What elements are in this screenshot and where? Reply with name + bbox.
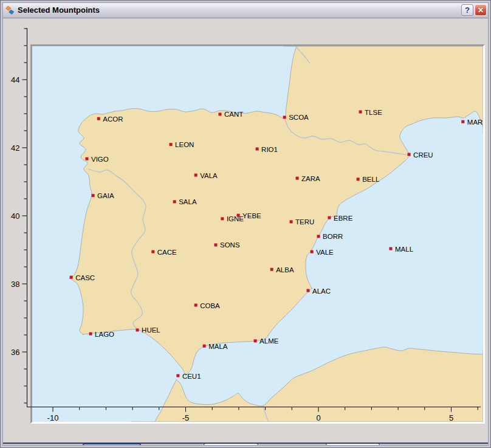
station-marker-vigo [86,157,89,160]
window-bottom-edge [2,443,489,444]
station-label-acor: ACOR [103,115,123,123]
map-canvas: ACORCANTSCOATLSEMARSLEONRIO1CREUVIGOVALA… [32,46,483,422]
station-marker-ebre [328,216,331,219]
station-marker-vala [194,174,197,177]
station-marker-mars [461,120,464,123]
station-marker-lago [89,333,92,336]
station-marker-huel [136,328,139,331]
station-marker-tlse [359,111,362,114]
station-label-mall: MALL [395,246,414,253]
question-icon: ? [465,5,470,15]
station-marker-leon [170,143,173,146]
station-label-mars: MARS [467,119,483,126]
station-label-yebe: YEBE [242,212,261,219]
station-marker-alme [254,339,257,342]
dialog-content: ACORCANTSCOATLSEMARSLEONRIO1CREUVIGOVALA… [3,19,489,443]
selected-mountpoints-dialog: Selected Mountpoints ? ✕ ACORCANTSCOATLS… [0,0,491,448]
station-label-vigo: VIGO [91,156,109,163]
station-marker-mala [203,345,206,348]
station-marker-acor [97,117,100,120]
station-marker-mall [390,247,393,250]
station-label-alba: ALBA [276,266,294,274]
titlebar[interactable]: Selected Mountpoints ? ✕ [2,2,489,18]
map-plot-frame: ACORCANTSCOATLSEMARSLEONRIO1CREUVIGOVALA… [30,44,485,424]
station-label-sala: SALA [179,198,197,205]
station-label-cant: CANT [224,111,243,118]
help-button[interactable]: Help=Shift+F1 [326,443,380,448]
station-label-zara: ZARA [301,175,320,182]
station-marker-rio1 [256,148,259,151]
station-marker-igne [221,217,224,220]
station-marker-cace [151,250,154,253]
station-label-lago: LAGO [95,331,114,338]
app-icon [5,5,15,15]
station-label-scoa: SCOA [289,114,309,121]
station-label-huel: HUEL [142,326,160,334]
station-label-leon: LEON [175,141,194,148]
station-marker-ceu1 [176,374,179,377]
station-marker-alac [307,289,310,292]
close-icon: ✕ [478,6,484,15]
station-label-bell: BELL [362,176,380,183]
station-marker-coba [194,304,197,307]
station-label-casc: CASC [75,274,95,281]
station-label-vale: VALE [316,249,334,256]
station-label-tlse: TLSE [365,109,382,116]
station-marker-vale [311,250,314,253]
station-marker-cant [219,112,222,115]
station-marker-teru [290,220,293,223]
station-label-alac: ALAC [312,288,331,295]
station-label-creu: CREU [413,151,433,159]
window-title: Selected Mountpoints [18,5,100,15]
station-marker-zara [296,177,299,180]
print-button[interactable]: Print [204,443,258,448]
station-label-borr: BORR [323,233,343,240]
station-label-coba: COBA [200,302,220,309]
station-marker-sons [215,243,218,246]
close-window-button[interactable]: ✕ [475,4,487,16]
station-label-cace: CACE [157,249,177,256]
station-label-igne: IGNE [227,215,244,222]
station-label-alme: ALME [259,337,279,345]
station-marker-sala [173,200,176,203]
station-label-rio1: RIO1 [261,146,278,153]
station-marker-gaia [92,194,95,197]
station-label-ebre: EBRE [334,215,353,222]
station-label-mala: MALA [208,343,228,350]
station-marker-borr [317,235,320,238]
station-label-gaia: GAIA [97,192,114,199]
station-label-ceu1: CEU1 [182,373,201,380]
station-marker-scoa [283,115,286,119]
station-marker-casc [70,276,73,279]
station-label-sons: SONS [220,241,240,249]
station-marker-bell [357,177,360,181]
station-label-vala: VALA [200,172,218,179]
station-marker-alba [270,268,273,271]
help-titlebar-button[interactable]: ? [461,4,473,16]
station-marker-creu [408,153,411,156]
station-label-teru: TERU [295,218,314,226]
close-button[interactable]: Close [83,443,141,448]
station-marker-yebe [237,214,240,217]
